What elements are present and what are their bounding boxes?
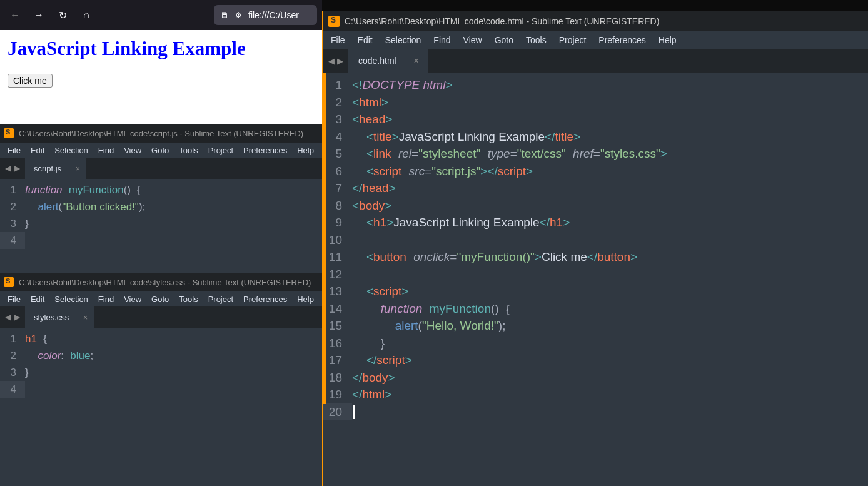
sublime-window-scriptjs: C:\Users\Rohit\Desktop\HTML code\script.… — [0, 124, 322, 273]
code-editor[interactable]: 1h1 { 2 color: blue; 3} 4 — [0, 328, 322, 398]
tab-next-icon[interactable]: ▶ — [13, 163, 21, 174]
line-number: 8 — [323, 197, 352, 215]
menu-file[interactable]: File — [325, 33, 351, 47]
reload-button[interactable]: ↻ — [53, 5, 73, 25]
url-bar[interactable]: 🗎 ⚙ file:///C:/User — [214, 5, 317, 25]
menu-project[interactable]: Project — [203, 144, 238, 156]
line-number: 13 — [323, 283, 352, 300]
sublime-logo-icon: S — [328, 16, 340, 27]
tab-next-icon[interactable]: ▶ — [13, 311, 21, 323]
sublime-window-stylescss: C:\Users\Rohit\Desktop\HTML code\styles.… — [0, 273, 322, 486]
menu-preferences[interactable]: Preferences — [592, 33, 652, 47]
line-number: 1 — [323, 76, 352, 94]
tab-row: ◀▶ script.js× — [0, 158, 322, 179]
tab-row: ◀▶ code.html× — [323, 49, 868, 73]
line-number: 5 — [323, 145, 352, 163]
page-icon: 🗎 — [220, 10, 229, 20]
menu-help[interactable]: Help — [652, 33, 683, 47]
line-number: 4 — [0, 232, 25, 249]
menu-goto[interactable]: Goto — [146, 293, 174, 305]
menu-help[interactable]: Help — [292, 144, 319, 156]
line-number: 15 — [323, 317, 352, 335]
menu-project[interactable]: Project — [203, 293, 238, 305]
line-number: 3 — [0, 215, 25, 232]
tab-row: ◀▶ styles.css× — [0, 306, 322, 328]
sublime-logo-icon — [4, 128, 14, 138]
line-number: 1 — [0, 181, 25, 198]
menu-goto[interactable]: Goto — [488, 33, 520, 47]
line-number: 4 — [323, 128, 352, 146]
menu-bar: FileEditSelectionFindViewGotoToolsProjec… — [0, 291, 322, 306]
line-number: 3 — [0, 364, 25, 381]
line-number: 1 — [0, 330, 25, 347]
menu-tools[interactable]: Tools — [174, 144, 203, 156]
menu-selection[interactable]: Selection — [49, 293, 93, 305]
menu-selection[interactable]: Selection — [49, 144, 93, 156]
menu-file[interactable]: File — [3, 144, 26, 156]
line-number: 10 — [323, 231, 352, 249]
menu-edit[interactable]: Edit — [26, 144, 49, 156]
rendered-page: JavaScript Linking Example Click me — [0, 30, 322, 124]
menu-preferences[interactable]: Preferences — [238, 293, 292, 305]
line-number: 2 — [0, 347, 25, 364]
sublime-window-codehtml: S C:\Users\Rohit\Desktop\HTML code\code.… — [322, 11, 868, 486]
permissions-icon: ⚙ — [235, 11, 242, 19]
code-editor[interactable]: 1function myFunction() { 2 alert("Button… — [0, 179, 322, 249]
menu-find[interactable]: Find — [93, 144, 119, 156]
line-number: 18 — [323, 369, 352, 387]
tab-scriptjs[interactable]: script.js× — [25, 158, 86, 179]
browser-toolbar: ← → ↻ ⌂ 🗎 ⚙ file:///C:/User — [0, 0, 322, 30]
menu-file[interactable]: File — [3, 293, 26, 305]
back-button[interactable]: ← — [5, 5, 25, 25]
line-number: 9 — [323, 214, 352, 231]
line-number: 7 — [323, 180, 352, 197]
menu-help[interactable]: Help — [292, 293, 319, 305]
line-number: 12 — [323, 266, 352, 283]
close-icon[interactable]: × — [414, 56, 419, 66]
code-editor[interactable]: 1<!DOCTYPE html> 2<html> 3<head> 4 <titl… — [323, 73, 868, 420]
tab-prev-icon[interactable]: ◀ — [4, 163, 12, 174]
menu-bar: FileEditSelectionFindViewGotoToolsProjec… — [323, 31, 868, 49]
tab-prev-icon[interactable]: ◀ — [328, 56, 335, 66]
close-icon[interactable]: × — [83, 313, 88, 322]
line-number: 2 — [0, 198, 25, 215]
menu-preferences[interactable]: Preferences — [238, 144, 292, 156]
line-number: 2 — [323, 94, 352, 111]
line-number: 3 — [323, 111, 352, 128]
line-number: 16 — [323, 335, 352, 352]
forward-button[interactable]: → — [29, 5, 49, 25]
tab-codehtml[interactable]: code.html× — [348, 49, 428, 73]
window-title: C:\Users\Rohit\Desktop\HTML code\styles.… — [19, 278, 311, 287]
line-number: 11 — [323, 248, 352, 266]
menu-edit[interactable]: Edit — [26, 293, 49, 305]
menu-view[interactable]: View — [119, 293, 146, 305]
tab-prev-icon[interactable]: ◀ — [4, 311, 12, 323]
menu-edit[interactable]: Edit — [351, 33, 379, 47]
menu-goto[interactable]: Goto — [146, 144, 174, 156]
window-title: C:\Users\Rohit\Desktop\HTML code\script.… — [19, 129, 303, 138]
line-number: 20 — [323, 403, 352, 421]
click-me-button[interactable]: Click me — [8, 74, 53, 88]
menu-find[interactable]: Find — [427, 33, 457, 47]
menu-tools[interactable]: Tools — [174, 293, 203, 305]
window-title: C:\Users\Rohit\Desktop\HTML code\code.ht… — [345, 16, 659, 26]
menu-view[interactable]: View — [457, 33, 488, 47]
line-number: 19 — [323, 386, 352, 403]
menu-tools[interactable]: Tools — [520, 33, 553, 47]
menu-view[interactable]: View — [119, 144, 146, 156]
close-icon[interactable]: × — [75, 164, 80, 173]
title-bar: C:\Users\Rohit\Desktop\HTML code\styles.… — [0, 273, 322, 291]
sublime-logo-icon — [4, 277, 14, 287]
menu-project[interactable]: Project — [553, 33, 593, 47]
text-cursor — [353, 405, 355, 419]
menu-selection[interactable]: Selection — [379, 33, 428, 47]
tab-stylescss[interactable]: styles.css× — [25, 306, 94, 328]
page-heading: JavaScript Linking Example — [8, 38, 315, 60]
menu-bar: FileEditSelectionFindViewGotoToolsProjec… — [0, 143, 322, 158]
line-number: 6 — [323, 163, 352, 180]
line-number: 14 — [323, 300, 352, 318]
home-button[interactable]: ⌂ — [76, 5, 96, 25]
title-bar: S C:\Users\Rohit\Desktop\HTML code\code.… — [323, 11, 868, 31]
menu-find[interactable]: Find — [93, 293, 119, 305]
tab-next-icon[interactable]: ▶ — [337, 56, 343, 66]
